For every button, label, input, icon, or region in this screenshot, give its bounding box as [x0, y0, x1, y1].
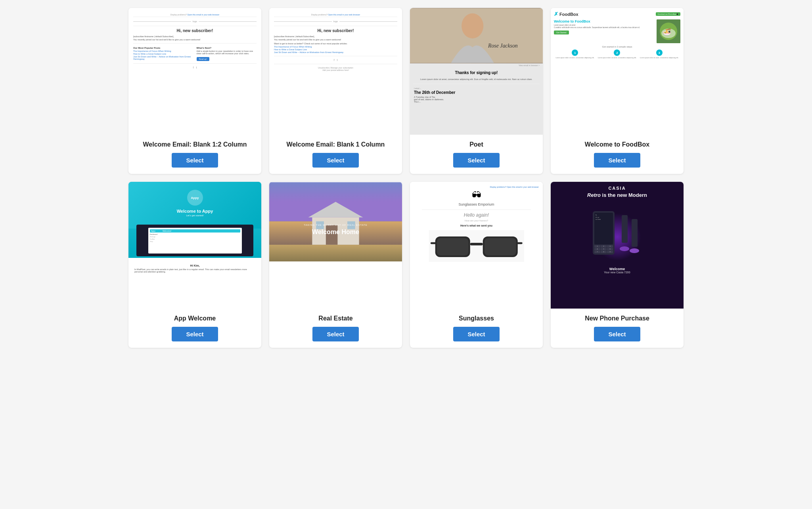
card-preview-appy: Appy Welcome to Appy Let's get started! …: [128, 182, 261, 309]
foodbox-app-btn[interactable]: Download our iPhone App 📱: [656, 12, 680, 16]
card-poet: Rose Jackson View email in browser > Tha…: [410, 8, 543, 174]
foodbox-text: Welcome to FoodBox Lorem ipsum dolor sit…: [554, 19, 654, 43]
casia-modern: is the new Modern: [601, 192, 647, 198]
card-footer-welcome-1col: Welcome Email: Blank 1 Column Select: [269, 135, 402, 174]
appy-body: In MailPoet, you can write emails in pla…: [134, 268, 255, 273]
key-8: 8: [601, 251, 607, 253]
card-title-foodbox: Welcome to FoodBox: [557, 141, 677, 148]
poet-body: Lorem ipsum dolor sit amet, consectetur …: [410, 76, 543, 82]
svg-rect-22: [622, 215, 628, 243]
card-title-welcome-2col: Welcome Email: Blank 1:2 Column: [135, 141, 255, 148]
read-up-button[interactable]: Read up!: [197, 57, 209, 61]
sg-brand: Sunglasses Emporium: [414, 202, 539, 206]
appy-screen-content: Dashboard Settings Toolbar Help: [150, 233, 240, 242]
card-preview-foodbox: ✗ FoodBox Download our iPhone App 📱 Welc…: [551, 8, 684, 135]
appy-subtitle: Let's get started!: [134, 214, 255, 217]
post-link-3[interactable]: Just Sit Down and Write – Advice on Moti…: [133, 55, 193, 60]
step-3-num: 3: [656, 50, 663, 56]
poem-date: The 26th of December: [410, 90, 543, 95]
whats-next-col: What's Next? Add a single button to your…: [197, 47, 257, 61]
casia-welcome: Welcome: [555, 267, 680, 271]
select-button-welcome-2col[interactable]: Select: [172, 153, 218, 168]
sg-icon: 🕶: [414, 190, 539, 201]
foodbox-desc: Lorem ipsum dolor sit ametCurabitur soll…: [554, 24, 654, 29]
card-title-casia: New Phone Purchase: [557, 315, 677, 322]
card-footer-realestate: Real Estate Select: [269, 309, 402, 348]
foodbox-header: ✗ FoodBox Download our iPhone App 📱: [554, 11, 680, 17]
key-1: 1: [594, 245, 600, 248]
card-preview-welcome-2col: Display problems? Open this email in you…: [128, 8, 261, 135]
card-welcome-1col: Display problems? Open this email in you…: [269, 8, 402, 174]
svg-rect-20: [431, 242, 436, 244]
article-link-2[interactable]: How to Write a Great Subject Line: [274, 48, 397, 51]
post-link-2[interactable]: How to Write a Great Subject Line: [133, 53, 193, 55]
card-sunglasses: Display problems? Open this email in you…: [410, 182, 543, 348]
foodbox-icon: ✗: [554, 11, 558, 17]
select-button-foodbox[interactable]: Select: [594, 153, 640, 168]
card-preview-welcome-1col: Display problems? Open this email in you…: [269, 8, 402, 135]
svg-rect-21: [517, 242, 522, 244]
select-button-realestate[interactable]: Select: [312, 327, 358, 341]
sg-how: How are your frames?: [414, 219, 539, 222]
card-footer-welcome-2col: Welcome Email: Blank 1:2 Column Select: [128, 135, 261, 174]
foodbox-content: Welcome to FoodBox Lorem ipsum dolor sit…: [554, 19, 680, 43]
foodbox-get-started[interactable]: Get Started: [554, 31, 569, 34]
casia-phone-area: hi,it's urnu fone 1 2 3 4 5 6 7 8 9: [555, 201, 680, 265]
svg-rect-16: [437, 238, 469, 255]
card-welcome-2col: Display problems? Open this email in you…: [128, 8, 261, 174]
svg-text:Rose Jackson: Rose Jackson: [488, 43, 518, 49]
card-casia: CASIA Retro is the new Modern hi,it's ur…: [551, 182, 684, 348]
appy-device: Appy Welcome! Dashboard Settings Toolbar…: [136, 225, 253, 256]
svg-rect-23: [632, 219, 638, 247]
want-to-know: Want to get to know us better? Check out…: [274, 42, 397, 45]
key-5: 5: [601, 248, 607, 250]
article-link-1[interactable]: The Importance of Focus When Writing: [274, 46, 397, 48]
appy-screen-header: Appy Welcome!: [150, 229, 240, 233]
welcome-heading: Hi, new subscriber!: [133, 29, 257, 33]
svg-point-1: [462, 13, 483, 38]
poem-text: A Tuesday, day of Tiw,god of war, dawns …: [410, 95, 543, 104]
casia-tagline: Retro is the new Modern: [555, 192, 680, 198]
key-7: 7: [594, 251, 600, 253]
svg-rect-18: [485, 238, 516, 255]
select-button-casia[interactable]: Select: [594, 327, 640, 341]
realestate-hero: TAKING THE WORRY OUT OF REAL ESTATE Welc…: [269, 198, 402, 261]
key-6: 6: [607, 248, 613, 250]
key-2: 2: [601, 245, 607, 248]
svg-rect-19: [470, 243, 483, 245]
svg-text:🍜: 🍜: [663, 28, 672, 36]
poet-thanks: Thanks for signing up!: [410, 67, 543, 76]
appy-logo: Appy: [187, 190, 203, 206]
card-title-sunglasses: Sunglasses: [416, 315, 536, 322]
post-link-1[interactable]: The Importance of Focus When Writing: [133, 50, 193, 52]
select-button-sunglasses[interactable]: Select: [453, 327, 499, 341]
select-button-poet[interactable]: Select: [453, 153, 499, 168]
article-link-3[interactable]: Just Sit Down and Write – Advice on Moti…: [274, 51, 397, 53]
footer-links: Unsubscribe | Manage your subscriptionAd…: [274, 67, 397, 71]
select-button-welcome-1col[interactable]: Select: [312, 153, 358, 168]
card-preview-sunglasses: Display problems? Open this email in you…: [410, 182, 543, 309]
realestate-tagline: TAKING THE WORRY OUT OF REAL ESTATE: [304, 224, 367, 226]
foodbox-steps: 1 Lorem ipsum dolor sit amet, consectetu…: [554, 50, 680, 59]
casia-screen: hi,it's urnu fone: [594, 213, 613, 244]
svg-point-25: [630, 248, 639, 253]
appy-top: Appy Welcome to Appy Let's get started!: [128, 182, 261, 229]
card-footer-foodbox: Welcome to FoodBox Select: [551, 135, 684, 174]
template-grid: Display problems? Open this email in you…: [128, 8, 684, 348]
appy-screen: Appy Welcome! Dashboard Settings Toolbar…: [148, 228, 242, 254]
realestate-welcome: Welcome Home: [304, 229, 367, 236]
appy-greeting: Hi Kim,: [134, 264, 255, 267]
social-icons-2: f t: [274, 59, 397, 61]
whats-next-body: Add a single button to your newsletter i…: [197, 50, 257, 55]
card-title-realestate: Real Estate: [276, 315, 396, 322]
card-title-welcome-1col: Welcome Email: Blank 1 Column: [276, 141, 396, 148]
svg-point-24: [620, 246, 629, 251]
foodbox-welcome-title: Welcome to FoodBox: [554, 19, 654, 23]
popular-posts-title: Our Most Popular Posts: [133, 47, 193, 49]
select-button-appy[interactable]: Select: [172, 327, 218, 341]
card-preview-realestate: 🏠 TheRealEstate f t g ◎: [269, 182, 402, 309]
welcome-body-2: You recently joined our list and we'd li…: [274, 38, 397, 41]
foodbox-brand: FoodBox: [559, 12, 578, 17]
casia-person-legs: [618, 215, 642, 255]
poet-hero-image: Rose Jackson: [410, 8, 543, 63]
